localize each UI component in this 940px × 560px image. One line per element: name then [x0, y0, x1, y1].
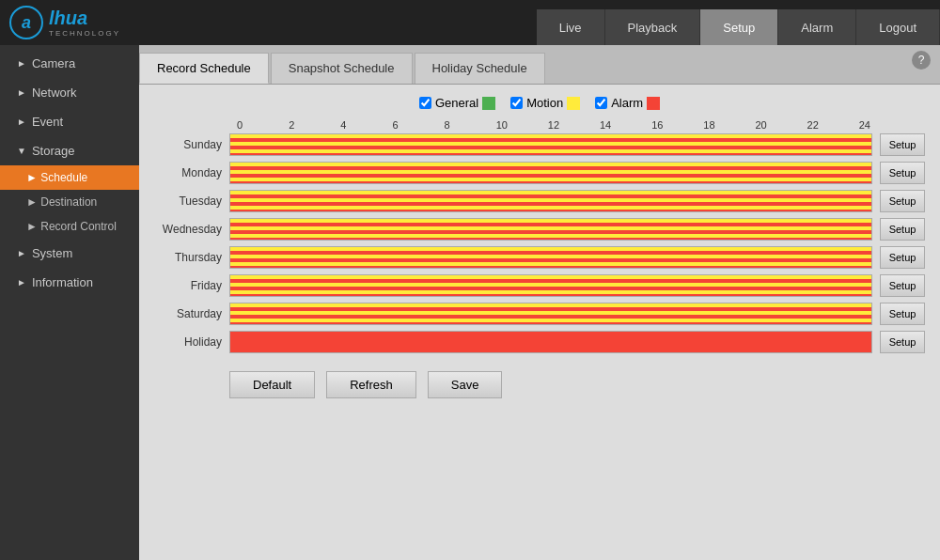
table-row: Monday Setup — [154, 161, 925, 185]
tab-holiday-schedule[interactable]: Holiday Schedule — [415, 53, 545, 84]
logo: a lhua TECHNOLOGY — [0, 0, 132, 45]
schedule-bar-friday[interactable] — [229, 274, 872, 297]
tab-live[interactable]: Live — [537, 9, 605, 45]
setup-button-friday[interactable]: Setup — [880, 274, 925, 297]
time-axis: 0 2 4 6 8 10 12 14 16 18 20 22 24 — [237, 119, 870, 131]
legend-general: General — [419, 96, 495, 110]
day-label-sunday: Sunday — [154, 138, 229, 151]
legend-alarm: Alarm — [595, 96, 660, 110]
alarm-checkbox[interactable] — [595, 97, 607, 109]
save-button[interactable]: Save — [428, 371, 503, 398]
table-row: Holiday Setup — [154, 330, 925, 354]
legend: General Motion Alarm — [154, 96, 925, 110]
tab-logout[interactable]: Logout — [856, 9, 940, 45]
table-row: Tuesday Setup — [154, 189, 925, 213]
table-row: Friday Setup — [154, 273, 925, 298]
main-content: Record Schedule Snapshot Schedule Holida… — [139, 45, 940, 560]
setup-button-holiday[interactable]: Setup — [880, 331, 925, 353]
tab-snapshot-schedule[interactable]: Snapshot Schedule — [271, 53, 413, 84]
sidebar-item-storage[interactable]: ▼ Storage — [0, 136, 139, 165]
general-checkbox[interactable] — [419, 97, 431, 109]
table-row: Saturday Setup — [154, 302, 925, 326]
sidebar-item-schedule[interactable]: ► Schedule — [0, 165, 139, 190]
schedule-bar-thursday[interactable] — [229, 246, 872, 269]
general-color — [482, 97, 495, 110]
table-row: Sunday Setup — [154, 132, 925, 157]
nav-tabs: Live Playback Setup Alarm Logout — [537, 0, 940, 45]
schedule-bar-monday[interactable] — [229, 162, 872, 184]
tab-playback[interactable]: Playback — [605, 9, 701, 45]
sidebar-item-system[interactable]: ► System — [0, 239, 139, 268]
tab-record-schedule[interactable]: Record Schedule — [139, 53, 269, 84]
tab-setup[interactable]: Setup — [700, 9, 778, 45]
sidebar-item-network[interactable]: ► Network — [0, 78, 139, 107]
day-label-thursday: Thursday — [154, 251, 229, 264]
setup-button-tuesday[interactable]: Setup — [880, 190, 925, 212]
arrow-icon: ▼ — [17, 146, 26, 156]
day-label-tuesday: Tuesday — [154, 194, 229, 208]
setup-button-monday[interactable]: Setup — [880, 162, 925, 184]
refresh-button[interactable]: Refresh — [326, 371, 416, 398]
day-label-monday: Monday — [154, 166, 229, 179]
content-area: General Motion Alarm 0 — [139, 85, 940, 560]
day-label-wednesday: Wednesday — [154, 223, 229, 236]
legend-motion: Motion — [510, 96, 580, 110]
sidebar: ► Camera ► Network ► Event ▼ Storage ► S… — [0, 45, 139, 560]
schedule-bar-sunday[interactable] — [229, 133, 872, 156]
setup-button-sunday[interactable]: Setup — [880, 133, 925, 156]
arrow-icon: ► — [17, 248, 26, 258]
arrow-icon: ► — [17, 277, 26, 288]
sidebar-item-record-control[interactable]: ► Record Control — [0, 214, 139, 239]
schedule-bar-tuesday[interactable] — [229, 190, 872, 212]
bottom-buttons: Default Refresh Save — [154, 371, 925, 398]
motion-checkbox[interactable] — [510, 97, 523, 109]
tab-alarm[interactable]: Alarm — [778, 9, 856, 45]
help-icon[interactable]: ? — [912, 51, 931, 70]
setup-button-saturday[interactable]: Setup — [880, 303, 925, 325]
day-label-saturday: Saturday — [154, 307, 229, 320]
content-tabs: Record Schedule Snapshot Schedule Holida… — [139, 45, 940, 85]
setup-button-thursday[interactable]: Setup — [880, 246, 925, 269]
alarm-color — [647, 97, 660, 110]
setup-button-wednesday[interactable]: Setup — [880, 218, 925, 241]
logo-text: lhua — [49, 8, 120, 29]
default-button[interactable]: Default — [229, 371, 315, 398]
sidebar-item-camera[interactable]: ► Camera — [0, 49, 139, 78]
logo-sub: TECHNOLOGY — [49, 29, 120, 38]
day-label-friday: Friday — [154, 279, 229, 292]
arrow-icon: ► — [17, 87, 26, 98]
schedule-bar-wednesday[interactable] — [229, 218, 872, 241]
schedule-bar-saturday[interactable] — [229, 303, 872, 325]
day-label-holiday: Holiday — [154, 335, 229, 349]
sidebar-item-information[interactable]: ► Information — [0, 268, 139, 297]
table-row: Wednesday Setup — [154, 217, 925, 241]
schedule-container: 0 2 4 6 8 10 12 14 16 18 20 22 24 Sunday — [154, 119, 925, 358]
motion-color — [567, 97, 580, 110]
sidebar-item-destination[interactable]: ► Destination — [0, 190, 139, 214]
table-row: Thursday Setup — [154, 245, 925, 270]
arrow-icon: ► — [17, 58, 26, 69]
sidebar-item-event[interactable]: ► Event — [0, 107, 139, 136]
schedule-bar-holiday[interactable] — [229, 331, 872, 353]
arrow-icon: ► — [17, 117, 26, 127]
